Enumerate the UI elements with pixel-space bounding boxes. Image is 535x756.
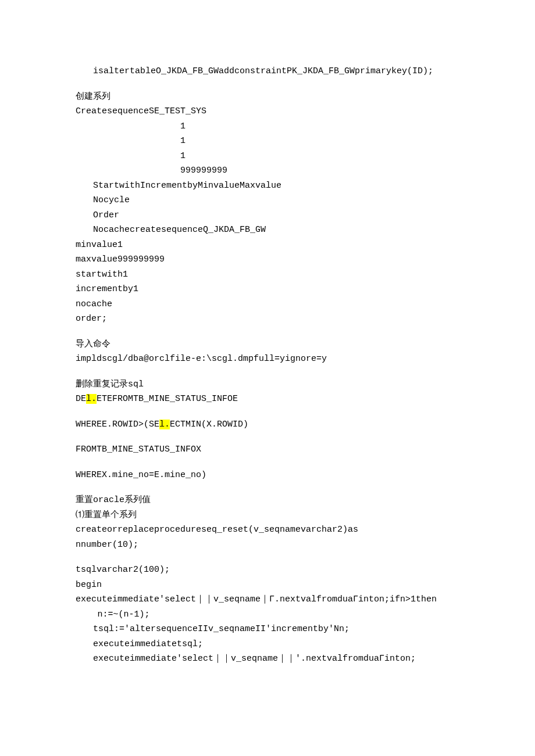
- code-line: Order: [76, 208, 459, 223]
- code-line: WHEREE.ROWID>(SEl.ECTMIN(X.ROWID): [76, 417, 459, 432]
- highlighted-text: l.: [86, 394, 97, 404]
- code-line: 1: [76, 134, 459, 149]
- code-line: impldscgl/dba@orclfile-e:\scgl.dmpfull=y…: [76, 352, 459, 367]
- code-line: DEl.ETEFROMTB_MINE_STATUS_INFOE: [76, 392, 459, 407]
- code-line: executeimmediatetsql;: [76, 637, 459, 652]
- text-fragment: ECTMIN(X.ROWID): [170, 420, 248, 429]
- text-fragment: WHEREE.ROWID>(SE: [76, 420, 159, 429]
- code-line: incrementby1: [76, 282, 459, 297]
- code-line: startwith1: [76, 267, 459, 282]
- code-line: tsql:='altersequenceIIv_seqnameII'increm…: [76, 622, 459, 637]
- code-line: executeimmediate'select｜｜v_seqname｜｜'.ne…: [76, 651, 459, 667]
- code-line: executeimmediate'select｜｜v_seqname｜Γ.nex…: [76, 592, 459, 607]
- code-line: maxvalue999999999: [76, 252, 459, 267]
- section-title: 删除重复记录sql: [76, 377, 459, 392]
- code-line: 1: [76, 119, 459, 134]
- code-line: Nocycle: [76, 193, 459, 208]
- section-title: 重置oracle系列值: [76, 493, 459, 508]
- code-line: nnumber(10);: [76, 538, 459, 553]
- code-line: order;: [76, 311, 459, 327]
- section-title: 导入命令: [76, 337, 459, 352]
- code-line: minvalue1: [76, 238, 459, 253]
- section-title: 创建系列: [76, 89, 459, 105]
- code-line: createorreplaceprocedureseq_reset(v_seqn…: [76, 522, 459, 538]
- code-line: isaltertableO_JKDA_FB_GWaddconstraintPK_…: [76, 64, 459, 79]
- code-line: nocache: [76, 297, 459, 312]
- code-line: NocachecreatesequenceQ_JKDA_FB_GW: [76, 223, 459, 238]
- code-line: n:=~(n-1);: [76, 607, 459, 622]
- code-line: 1: [76, 149, 459, 164]
- code-line: WHEREX.mine_no=E.mine_no): [76, 468, 459, 483]
- code-line: begin: [76, 578, 459, 593]
- code-line: 999999999: [76, 163, 459, 178]
- section-subtitle: ⑴重置单个系列: [76, 508, 459, 523]
- code-line: FROMTB_MINE_STATUS_INFOX: [76, 442, 459, 457]
- text-fragment: ETEFROMTB_MINE_STATUS_INFOE: [97, 394, 238, 404]
- text-fragment: DE: [76, 394, 86, 404]
- code-line: CreatesequenceSE_TEST_SYS: [76, 104, 459, 119]
- code-line: StartwithIncrementbyMinvalueMaxvalue: [76, 178, 459, 194]
- code-line: tsqlvarchar2(100);: [76, 562, 459, 578]
- highlighted-text: l.: [159, 420, 170, 429]
